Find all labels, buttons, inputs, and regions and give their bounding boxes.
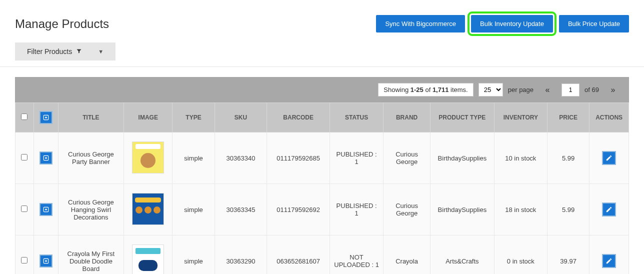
row-logo-icon	[40, 254, 52, 268]
page-title: Manage Products	[15, 17, 370, 31]
cell-barcode: 011179592685	[267, 132, 330, 184]
col-image: IMAGE	[124, 103, 172, 132]
cell-status: NOT UPLOADED : 1	[330, 236, 384, 274]
row-logo-icon	[40, 152, 52, 164]
svg-point-5	[45, 208, 47, 210]
of-pages-label: of 69	[584, 86, 599, 94]
row-checkbox[interactable]	[21, 206, 28, 212]
cell-product-type: BirthdaySupplies	[430, 184, 494, 236]
cell-inventory: 18 in stock	[494, 184, 547, 236]
svg-point-1	[45, 116, 47, 118]
per-page-select[interactable]: 25	[478, 83, 503, 96]
col-product-type: PRODUCT TYPE	[430, 103, 494, 132]
cell-product-type: Arts&Crafts	[430, 236, 494, 274]
cell-title: Curious George Hanging Swirl Decorations	[58, 184, 124, 236]
col-barcode: BARCODE	[267, 103, 330, 132]
cell-price: 39.97	[547, 236, 589, 274]
cell-sku: 30363290	[214, 236, 267, 274]
cell-type: simple	[172, 132, 214, 184]
row-checkbox[interactable]	[21, 154, 28, 160]
cell-brand: Crayola	[384, 236, 430, 274]
col-sku: SKU	[214, 103, 267, 132]
col-inventory: INVENTORY	[494, 103, 547, 132]
select-all-checkbox[interactable]	[21, 114, 28, 120]
col-price: PRICE	[547, 103, 589, 132]
current-page-input[interactable]	[562, 84, 580, 96]
edit-button[interactable]	[602, 202, 616, 216]
pager-info: Showing 1-25 of 1,711 items.	[378, 83, 473, 96]
col-status: STATUS	[330, 103, 384, 132]
cell-type: simple	[172, 236, 214, 274]
product-thumbnail	[132, 142, 164, 174]
cell-inventory: 10 in stock	[494, 132, 547, 184]
product-thumbnail	[132, 244, 164, 274]
filter-icon	[76, 48, 82, 56]
cell-sku: 30363345	[214, 184, 267, 236]
prev-page-button[interactable]: «	[538, 84, 556, 96]
cell-barcode: 011179592692	[267, 184, 330, 236]
products-table: TITLE IMAGE TYPE SKU BARCODE STATUS BRAN…	[15, 102, 629, 274]
per-page-label: per page	[508, 86, 534, 94]
col-title: TITLE	[58, 103, 124, 132]
filter-label: Filter Products	[27, 48, 72, 56]
filter-products-button[interactable]: Filter Products ▼	[15, 42, 116, 60]
column-logo-icon	[40, 111, 52, 124]
cell-brand: Curious George	[384, 132, 430, 184]
cell-product-type: BirthdaySupplies	[430, 132, 494, 184]
cell-status: PUBLISHED : 1	[330, 184, 384, 236]
table-row: Curious George Party Banner simple 30363…	[16, 132, 629, 184]
cell-brand: Curious George	[384, 184, 430, 236]
pagination-bar: Showing 1-25 of 1,711 items. 25 per page…	[15, 77, 629, 102]
cell-title: Crayola My First Double Doodle Board	[58, 236, 124, 274]
bulk-price-button[interactable]: Bulk Price Update	[559, 15, 629, 32]
bulk-inventory-button[interactable]: Bulk Inventory Update	[471, 15, 553, 32]
table-row: Crayola My First Double Doodle Board sim…	[16, 236, 629, 274]
edit-button[interactable]	[602, 151, 616, 165]
product-thumbnail	[132, 193, 164, 225]
row-logo-icon	[40, 203, 52, 216]
next-page-button[interactable]: »	[604, 84, 622, 96]
sync-button[interactable]: Sync With Bigcommerce	[376, 15, 465, 32]
cell-type: simple	[172, 184, 214, 236]
svg-point-3	[45, 157, 47, 159]
cell-price: 5.99	[547, 132, 589, 184]
cell-sku: 30363340	[214, 132, 267, 184]
edit-button[interactable]	[602, 254, 616, 268]
cell-price: 5.99	[547, 184, 589, 236]
col-actions: ACTIONS	[590, 103, 629, 132]
table-row: Curious George Hanging Swirl Decorations…	[16, 184, 629, 236]
cell-title: Curious George Party Banner	[58, 132, 124, 184]
col-brand: BRAND	[384, 103, 430, 132]
cell-inventory: 0 in stock	[494, 236, 547, 274]
chevron-down-icon: ▼	[98, 48, 104, 54]
col-type: TYPE	[172, 103, 214, 132]
svg-point-7	[45, 260, 47, 262]
row-checkbox[interactable]	[21, 257, 28, 264]
cell-barcode: 063652681607	[267, 236, 330, 274]
cell-status: PUBLISHED : 1	[330, 132, 384, 184]
